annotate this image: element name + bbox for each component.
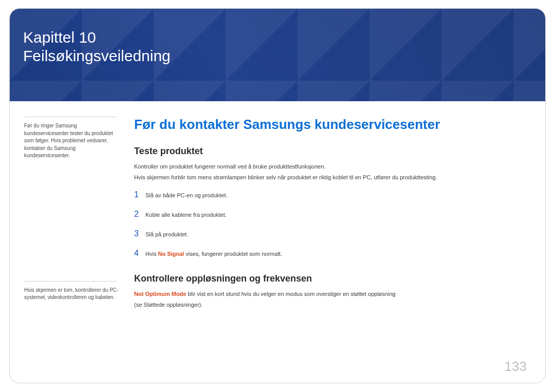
steps-list: 1 Slå av både PC-en og produktet. 2 Kobl… (134, 190, 525, 258)
chapter-name: Feilsøkingsveiledning (23, 47, 171, 65)
content-area: Før du ringer Samsung kundeservicesenter… (10, 101, 545, 383)
divider (24, 281, 117, 282)
chapter-title-block: Kapittel 10 Feilsøkingsveiledning (23, 28, 171, 65)
divider (24, 117, 117, 117)
paragraph: Not Optimum Mode blir vist en kort stund… (134, 290, 525, 298)
section-title-resolution: Kontrollere oppløsningen og frekvensen (134, 273, 525, 284)
step-text-highlight: No Signal (158, 251, 184, 257)
sidebar-notes: Før du ringer Samsung kundeservicesenter… (24, 117, 131, 383)
sidebar-note-2: Hvis skjermen er tom, kontrollerer du PC… (24, 287, 121, 302)
paragraph: Hvis skjermen forblir tom mens strømlamp… (134, 174, 525, 181)
step-item: 4 Hvis No Signal vises, fungerer produkt… (134, 249, 525, 258)
paragraph-highlight: Not Optimum Mode (134, 291, 186, 297)
step-number: 1 (134, 190, 145, 199)
step-item: 2 Koble alle kablene fra produktet. (134, 210, 525, 219)
paragraph-rest: blir vist en kort stund hvis du velger e… (186, 291, 395, 297)
paragraph: Kontroller om produktet fungerer normalt… (134, 163, 525, 171)
document-page: Kapittel 10 Feilsøkingsveiledning Før du… (9, 8, 546, 383)
step-text-prefix: Hvis (145, 251, 158, 257)
step-text: Hvis No Signal vises, fungerer produktet… (145, 249, 282, 257)
step-number: 2 (134, 210, 145, 219)
step-text: Slå på produktet. (145, 229, 188, 237)
step-text-suffix: vises, fungerer produktet som normalt. (184, 251, 282, 257)
step-number: 4 (134, 249, 145, 258)
main-column: Før du kontakter Samsungs kundeservicese… (131, 117, 525, 383)
step-item: 3 Slå på produktet. (134, 229, 525, 238)
step-number: 3 (134, 229, 145, 238)
chapter-hero-banner: Kapittel 10 Feilsøkingsveiledning (10, 9, 545, 101)
step-text: Koble alle kablene fra produktet. (145, 210, 227, 218)
paragraph: (se Støttede oppløsninger). (134, 301, 525, 309)
section-title-test-product: Teste produktet (134, 146, 525, 157)
page-number: 133 (505, 359, 527, 375)
step-item: 1 Slå av både PC-en og produktet. (134, 190, 525, 199)
chapter-label: Kapittel 10 (23, 28, 171, 47)
sidebar-note-1: Før du ringer Samsung kundeservicesenter… (24, 122, 121, 160)
page-heading: Før du kontakter Samsungs kundeservicese… (134, 117, 525, 133)
step-text: Slå av både PC-en og produktet. (145, 190, 228, 198)
